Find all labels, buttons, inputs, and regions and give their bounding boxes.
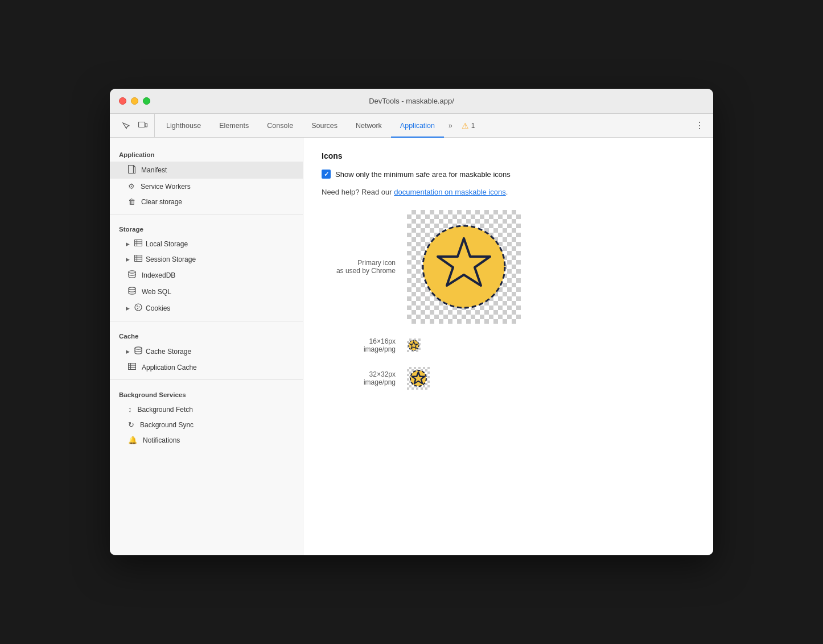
cache-storage-label: Cache Storage [146,348,191,356]
maskable-checkbox[interactable] [322,170,331,179]
tab-more-button[interactable]: » [444,114,457,137]
icon-32-row: 32×32px image/png [322,367,430,390]
web-sql-icon [128,287,136,296]
svg-point-15 [139,307,140,308]
sidebar-item-indexed-db[interactable]: IndexedDB [110,267,303,283]
icon-16-row: 16×16px image/png [322,337,421,353]
local-storage-icon [134,240,142,248]
maximize-button[interactable] [143,97,150,105]
sidebar-item-cookies[interactable]: ▶ Cookies [110,300,303,316]
application-section-header: Application [110,145,303,162]
sidebar-item-session-storage[interactable]: ▶ Session Storage [110,251,303,267]
tab-sources[interactable]: Sources [302,114,347,138]
icon-16-info: 16×16px image/png [322,337,396,353]
svg-point-16 [137,308,138,309]
sidebar-item-background-fetch[interactable]: ↕ Background Fetch [110,402,303,417]
primary-icon-sub-label: as used by Chrome [322,267,396,275]
sidebar-item-manifest[interactable]: Manifest [110,162,303,179]
content-panel: Icons Show only the minimum safe area fo… [303,138,713,555]
tab-network[interactable]: Network [347,114,391,138]
help-text: Need help? Read our documentation on mas… [322,188,695,196]
maskable-docs-link[interactable]: documentation on maskable icons [394,188,506,196]
tab-elements[interactable]: Elements [210,114,258,138]
svg-rect-7 [135,255,142,262]
svg-point-17 [135,347,142,349]
sidebar-item-service-workers[interactable]: ⚙ Service Workers [110,179,303,194]
session-storage-icon [134,255,142,263]
divider-1 [110,214,303,214]
divider-2 [110,321,303,321]
maskable-star-32-svg [409,369,427,387]
device-toggle-icon[interactable] [136,119,150,133]
arrow-local-storage: ▶ [126,241,130,247]
checkbox-label: Show only the minimum safe area for mask… [335,170,511,179]
notifications-icon: 🔔 [128,436,137,444]
icons-section-title: Icons [322,151,695,160]
trash-icon: 🗑 [128,197,135,206]
web-sql-label: Web SQL [142,288,171,296]
maskable-star-large-svg [418,221,509,312]
cookies-icon [134,303,142,313]
storage-section-header: Storage [110,219,303,236]
svg-rect-2 [129,166,134,174]
indexed-db-icon [128,270,136,280]
sidebar-item-cache-storage[interactable]: ▶ Cache Storage [110,343,303,360]
tab-application[interactable]: Application [391,114,444,138]
tab-warning[interactable]: ⚠ 1 [457,114,480,137]
arrow-cache-storage: ▶ [126,349,130,354]
service-workers-label: Service Workers [141,183,191,191]
sidebar-item-application-cache[interactable]: Application Cache [110,360,303,375]
checkbox-row: Show only the minimum safe area for mask… [322,170,695,179]
primary-icon-canvas [407,210,521,324]
warning-icon: ⚠ [462,121,469,130]
session-storage-label: Session Storage [146,255,196,263]
svg-rect-0 [139,122,145,127]
background-fetch-label: Background Fetch [138,406,193,414]
cursor-icon[interactable] [119,119,133,133]
sidebar: Application Manifest ⚙ Service Workers 🗑… [110,138,303,555]
local-storage-label: Local Storage [146,240,188,248]
primary-icon-row: Primary icon as used by Chrome [322,210,521,324]
toolbar-icons [114,114,155,137]
icon-display-area: Primary icon as used by Chrome [322,210,695,390]
title-bar: DevTools - maskable.app/ [110,89,713,114]
icon-16-type: image/png [322,345,396,353]
icon-16-size: 16×16px [322,337,396,345]
maskable-star-16-svg [408,340,419,351]
sidebar-item-web-sql[interactable]: Web SQL [110,283,303,300]
arrow-session-storage: ▶ [126,257,130,262]
cache-storage-icon [134,346,142,356]
background-sync-label: Background Sync [140,421,194,429]
svg-rect-3 [135,240,142,246]
icon-32-info: 32×32px image/png [322,370,396,386]
close-button[interactable] [119,97,126,105]
help-text-after: . [506,188,508,196]
sidebar-item-local-storage[interactable]: ▶ Local Storage [110,236,303,251]
icon-32-size: 32×32px [322,370,396,378]
sidebar-item-background-sync[interactable]: ↻ Background Sync [110,417,303,432]
svg-rect-1 [145,123,147,127]
background-services-header: Background Services [110,385,303,402]
divider-3 [110,379,303,380]
tab-menu-button[interactable]: ⋮ [690,114,709,137]
cookies-label: Cookies [146,304,170,312]
devtools-window: DevTools - maskable.app/ Lighthouse Elem… [110,89,713,555]
minimize-button[interactable] [131,97,138,105]
help-text-before: Need help? Read our [322,188,394,196]
icon-16-canvas [407,338,421,352]
indexed-db-label: IndexedDB [142,271,175,279]
tab-bar: Lighthouse Elements Console Sources Netw… [110,114,713,138]
traffic-lights [119,97,150,105]
window-title: DevTools - maskable.app/ [369,97,454,105]
manifest-label: Manifest [141,166,167,174]
tab-lighthouse[interactable]: Lighthouse [157,114,210,138]
manifest-icon [128,165,135,175]
primary-icon-label: Primary icon as used by Chrome [322,259,396,275]
clear-storage-label: Clear storage [141,198,182,206]
sidebar-item-clear-storage[interactable]: 🗑 Clear storage [110,194,303,209]
main-area: Application Manifest ⚙ Service Workers 🗑… [110,138,713,555]
sidebar-item-notifications[interactable]: 🔔 Notifications [110,432,303,448]
tab-console[interactable]: Console [258,114,302,138]
background-sync-icon: ↻ [128,420,134,429]
cache-section-header: Cache [110,326,303,343]
